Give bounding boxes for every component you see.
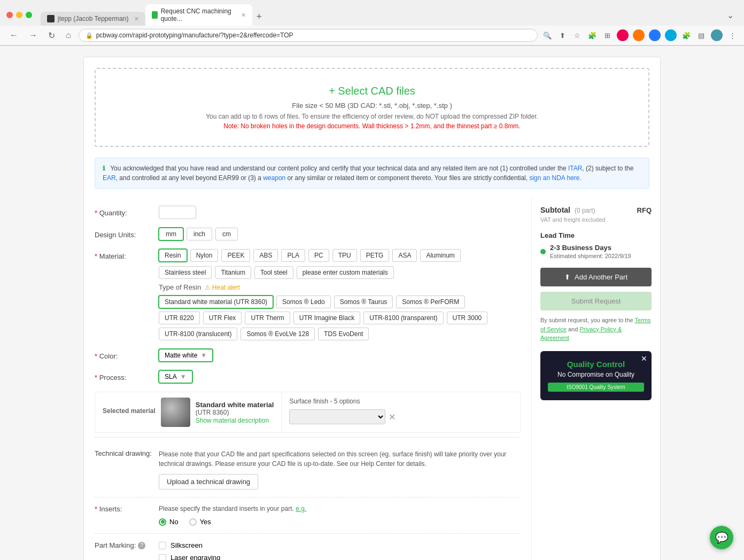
- resin-utr-therm[interactable]: UTR Therm: [245, 312, 290, 324]
- chip-custom-materials[interactable]: please enter custom materials: [297, 266, 394, 279]
- lead-time-details: 2-3 Business Days Estimated shipment: 20…: [550, 244, 631, 259]
- traffic-lights: [6, 12, 32, 18]
- profile-avatar[interactable]: [711, 29, 723, 41]
- back-button[interactable]: ←: [6, 29, 21, 41]
- submit-request-button[interactable]: Submit Request: [540, 292, 652, 310]
- bookmark-icon[interactable]: ☆: [572, 30, 583, 41]
- color-controls: Matte white ▼: [159, 349, 521, 362]
- part-marking-label-text: Part Marking:: [95, 541, 136, 549]
- chip-stainless-steel[interactable]: Stainless steel: [159, 266, 212, 279]
- lead-time-value: 2-3 Business Days: [550, 244, 631, 252]
- surface-finish-select[interactable]: [289, 409, 385, 424]
- extension-puzzle-icon[interactable]: 🧩: [587, 30, 598, 41]
- chip-aluminum[interactable]: Aluminum: [420, 249, 460, 262]
- itar-link[interactable]: ITAR: [568, 165, 582, 172]
- resin-utr-imagine-black[interactable]: UTR Imagine Black: [293, 312, 360, 324]
- chip-tool-steel[interactable]: Tool steel: [254, 266, 293, 279]
- close-btn[interactable]: [6, 12, 13, 18]
- technical-drawing-label: Technical drawing:: [95, 449, 159, 457]
- chip-peek[interactable]: PEEK: [221, 249, 250, 262]
- tab-pcbway-close[interactable]: ✕: [241, 12, 246, 19]
- resin-utr-flex[interactable]: UTR Flex: [203, 312, 242, 324]
- maximize-btn[interactable]: [26, 12, 32, 18]
- chat-button[interactable]: 💬: [710, 526, 733, 549]
- reload-button[interactable]: ↻: [45, 29, 58, 42]
- quantity-input[interactable]: [159, 206, 196, 219]
- submit-btn-label: Submit Request: [571, 297, 621, 305]
- chip-abs[interactable]: ABS: [253, 249, 278, 262]
- color-dropdown-icon: ▼: [200, 352, 207, 359]
- process-dropdown-icon: ▼: [180, 373, 187, 380]
- color-value: Matte white: [165, 352, 197, 359]
- silkscreen-checkbox[interactable]: [159, 542, 166, 549]
- chip-resin[interactable]: Resin: [159, 249, 187, 262]
- extension-orange-icon[interactable]: [633, 29, 645, 41]
- tab-github-close[interactable]: ✕: [134, 15, 139, 22]
- chip-petg[interactable]: PETG: [360, 249, 390, 262]
- upload-technical-drawing-button[interactable]: Upload a technical drawing: [159, 474, 258, 489]
- unit-mm-button[interactable]: mm: [159, 228, 183, 240]
- chip-pc[interactable]: PC: [308, 249, 329, 262]
- laser-engraving-option[interactable]: Laser engraving: [159, 554, 521, 560]
- forward-button[interactable]: →: [26, 29, 41, 41]
- unit-inch-button[interactable]: inch: [187, 228, 212, 240]
- resin-utr-8100-translucent[interactable]: UTR-8100 (translucent): [159, 328, 237, 340]
- resin-somos-ledo[interactable]: Somos ® Ledo: [276, 295, 331, 308]
- resin-utr-8220[interactable]: UTR 8220: [159, 312, 200, 324]
- weapon-link[interactable]: weapon: [263, 174, 285, 182]
- reader-mode-icon[interactable]: ▤: [696, 30, 707, 41]
- home-button[interactable]: ⌂: [63, 29, 74, 41]
- address-bar[interactable]: 🔒 pcbway.com/rapid-prototyping/manufactu…: [79, 29, 538, 42]
- chip-pla[interactable]: PLA: [281, 249, 305, 262]
- inserts-eg-link[interactable]: e.g.: [296, 505, 306, 512]
- extensions-icon[interactable]: 🧩: [681, 30, 692, 41]
- add-another-part-button[interactable]: ⬆ Add Another Part: [540, 268, 652, 286]
- search-icon[interactable]: 🔍: [542, 30, 553, 41]
- resin-utr-3000[interactable]: UTR 3000: [447, 312, 488, 324]
- ad-close-button[interactable]: ✕: [641, 354, 647, 363]
- resin-somos-evolve[interactable]: Somos ® EvoLVe 128: [241, 328, 315, 340]
- inserts-row: Inserts: Please specify the standard ins…: [95, 497, 521, 533]
- show-material-description-link[interactable]: Show material description: [196, 417, 269, 424]
- inserts-no-label: No: [169, 518, 179, 526]
- inserts-yes-label: Yes: [200, 518, 211, 526]
- surface-finish-label: Surface finish - 5 options: [289, 398, 513, 405]
- upload-area[interactable]: + Select CAD files File size < 50 MB (3D…: [95, 68, 649, 147]
- more-tabs-icon[interactable]: ⌄: [727, 10, 738, 20]
- extension-red-icon[interactable]: [617, 29, 629, 41]
- resin-utr-8100-transparent[interactable]: UTR-8100 (transparent): [363, 312, 443, 324]
- chip-titanium[interactable]: Titanium: [215, 266, 251, 279]
- laser-engraving-checkbox[interactable]: [159, 554, 166, 561]
- lead-time-title: Lead Time: [540, 231, 652, 239]
- extension-teal-icon[interactable]: [665, 29, 677, 41]
- part-marking-info-icon[interactable]: ?: [138, 542, 145, 549]
- inserts-no-option[interactable]: No: [159, 518, 179, 526]
- inserts-yes-option[interactable]: Yes: [189, 518, 211, 526]
- resin-chips-row2: UTR 8220 UTR Flex UTR Therm UTR Imagine …: [159, 312, 521, 324]
- resin-somos-perform[interactable]: Somos ® PerFORM: [396, 295, 465, 308]
- ear-link[interactable]: EAR: [103, 174, 116, 182]
- share-icon[interactable]: ⬆: [557, 30, 568, 41]
- heat-alert-link[interactable]: ⚠ Heat alert: [205, 284, 240, 291]
- grid-icon[interactable]: ⊞: [602, 30, 613, 41]
- silkscreen-option[interactable]: Silkscreen: [159, 541, 521, 549]
- process-select[interactable]: SLA ▼: [159, 370, 192, 383]
- nda-link[interactable]: sign an NDA here.: [529, 174, 581, 182]
- tab-github[interactable]: jtepp (Jacob Tepperman) ✕: [41, 12, 145, 26]
- material-detail: Standard white material (UTR 8360) Show …: [161, 398, 274, 427]
- chip-asa[interactable]: ASA: [392, 249, 417, 262]
- surface-finish-clear[interactable]: ✕: [389, 412, 396, 422]
- more-options-icon[interactable]: ⋮: [727, 30, 738, 41]
- tab-pcbway[interactable]: Request CNC machining quote... ✕: [145, 4, 252, 26]
- new-tab-button[interactable]: +: [252, 11, 267, 26]
- resin-somos-taurus[interactable]: Somos ® Taurus: [334, 295, 393, 308]
- unit-cm-button[interactable]: cm: [215, 228, 238, 240]
- minimize-btn[interactable]: [16, 12, 22, 18]
- color-select[interactable]: Matte white ▼: [159, 349, 213, 362]
- chip-tpu[interactable]: TPU: [332, 249, 357, 262]
- chip-nylon[interactable]: Nylon: [190, 249, 219, 262]
- extension-blue-icon[interactable]: [649, 29, 661, 41]
- resin-tds-evodent[interactable]: TDS EvoDent: [318, 328, 369, 340]
- subtotal-header: Subtotal (0 part) RFQ: [540, 206, 652, 214]
- resin-standard-white[interactable]: Standard white material (UTR 8360): [159, 295, 273, 308]
